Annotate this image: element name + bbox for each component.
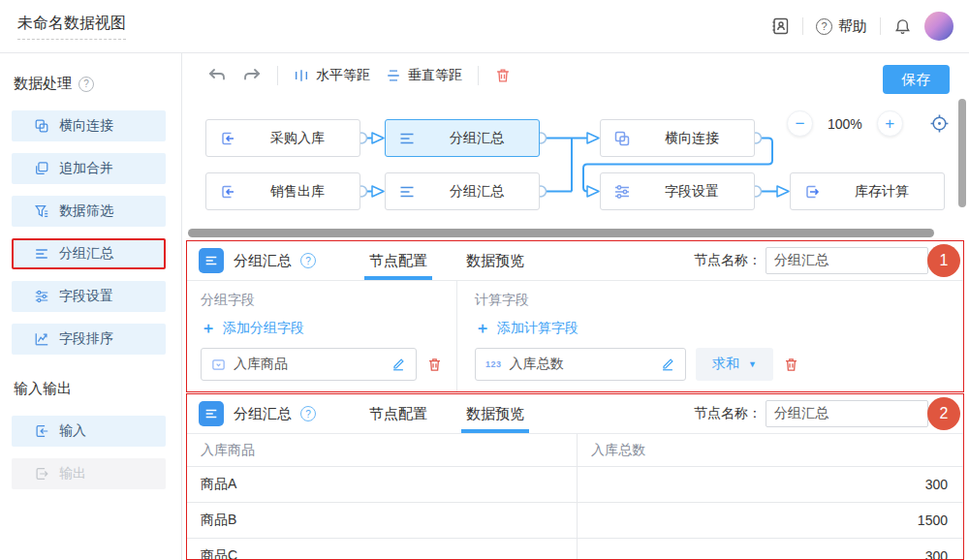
tab-data-preview[interactable]: 数据预览 bbox=[463, 241, 527, 280]
question-icon: ? bbox=[816, 18, 832, 35]
edit-icon[interactable] bbox=[660, 357, 675, 372]
sort-icon bbox=[34, 331, 49, 347]
node-inventory-calc[interactable]: 库存计算 bbox=[790, 172, 945, 210]
panel-title: 分组汇总 bbox=[234, 252, 292, 270]
sidebar-item-field-sort[interactable]: 字段排序 bbox=[12, 324, 166, 355]
node-label: 销售出库 bbox=[235, 173, 359, 209]
node-label: 横向连接 bbox=[630, 120, 754, 156]
tab-data-preview[interactable]: 数据预览 bbox=[463, 394, 527, 433]
top-bar: 未命名数据视图 ? 帮助 bbox=[0, 0, 969, 53]
question-icon[interactable]: ? bbox=[300, 406, 316, 421]
zoom-in-button[interactable]: + bbox=[877, 110, 903, 137]
question-icon[interactable]: ? bbox=[78, 77, 94, 92]
help-label: 帮助 bbox=[838, 17, 867, 36]
filter-icon bbox=[34, 203, 49, 219]
sliders-icon bbox=[613, 183, 631, 201]
node-label: 库存计算 bbox=[820, 173, 944, 209]
group-summary-icon bbox=[199, 401, 224, 426]
horizontal-distribute-button[interactable]: 水平等距 bbox=[294, 67, 370, 84]
delete-field-icon[interactable] bbox=[783, 357, 799, 373]
select-field-icon bbox=[211, 358, 226, 372]
zoom-out-button[interactable]: − bbox=[787, 110, 813, 137]
field-name: 入库商品 bbox=[234, 356, 383, 373]
node-name-input[interactable] bbox=[766, 400, 928, 427]
avatar[interactable] bbox=[924, 12, 953, 41]
aggregation-select[interactable]: 求和 ▼ bbox=[696, 348, 773, 381]
page-title[interactable]: 未命名数据视图 bbox=[17, 14, 126, 40]
calc-fields-title: 计算字段 bbox=[475, 292, 946, 309]
node-name-input[interactable] bbox=[766, 247, 928, 274]
sidebar-item-label: 字段排序 bbox=[59, 330, 113, 348]
sidebar-item-output: 输出 bbox=[12, 458, 166, 489]
table-row[interactable]: 商品C 300 bbox=[187, 539, 963, 560]
cell-product: 商品B bbox=[187, 503, 578, 538]
add-group-field-link[interactable]: ＋ 添加分组字段 bbox=[201, 320, 443, 337]
panel-title: 分组汇总 bbox=[234, 405, 292, 423]
node-group-summary-2[interactable]: 分组汇总 bbox=[385, 172, 540, 210]
horizontal-distribute-icon bbox=[294, 68, 309, 83]
node-sales-outbound[interactable]: 销售出库 bbox=[205, 172, 360, 210]
node-group-summary-1[interactable]: 分组汇总 bbox=[385, 119, 540, 157]
group-field-item[interactable]: 入库商品 bbox=[201, 348, 417, 381]
save-button[interactable]: 保存 bbox=[883, 65, 950, 94]
zoom-controls: − 100% + bbox=[787, 110, 950, 137]
sidebar-item-group-summary[interactable]: 分组汇总 bbox=[12, 238, 166, 269]
node-field-settings[interactable]: 字段设置 bbox=[600, 172, 755, 210]
topbar-actions: ? 帮助 bbox=[770, 12, 953, 41]
node-purchase-inbound[interactable]: 采购入库 bbox=[205, 119, 360, 157]
horizontal-scrollbar[interactable] bbox=[188, 229, 934, 237]
tab-node-config[interactable]: 节点配置 bbox=[366, 241, 430, 280]
node-name-label: 节点名称： bbox=[694, 405, 762, 422]
delete-node-button[interactable] bbox=[494, 67, 512, 84]
sidebar-item-append-merge[interactable]: 追加合并 bbox=[12, 153, 166, 184]
edit-icon[interactable] bbox=[391, 357, 406, 372]
sliders-icon bbox=[34, 289, 49, 304]
sidebar-item-horizontal-join[interactable]: 横向连接 bbox=[12, 110, 166, 141]
canvas-toolbar: 水平等距 垂直等距 bbox=[182, 53, 969, 98]
sidebar-item-label: 分组汇总 bbox=[59, 245, 113, 263]
sidebar-item-input[interactable]: 输入 bbox=[12, 416, 166, 447]
group-fields-column: 分组字段 ＋ 添加分组字段 入库商品 bbox=[187, 281, 457, 391]
config-panel-1: 1 分组汇总 ? 节点配置 数据预览 节点名称： 分组字段 ＋ 添加分组字段 bbox=[186, 240, 964, 392]
contacts-icon[interactable] bbox=[770, 16, 790, 36]
help-button[interactable]: ? 帮助 bbox=[816, 17, 867, 36]
output-icon bbox=[803, 183, 821, 201]
node-label: 采购入库 bbox=[235, 120, 359, 156]
input-icon bbox=[219, 183, 236, 201]
sidebar-item-field-settings[interactable]: 字段设置 bbox=[12, 281, 166, 312]
delete-field-icon[interactable] bbox=[426, 357, 443, 373]
field-name: 入库总数 bbox=[510, 356, 652, 373]
sidebar-item-label: 字段设置 bbox=[59, 288, 113, 305]
question-icon[interactable]: ? bbox=[300, 253, 316, 268]
vertical-distribute-button[interactable]: 垂直等距 bbox=[386, 67, 462, 84]
panel-tabs: 节点配置 数据预览 bbox=[366, 394, 527, 433]
divider bbox=[802, 17, 803, 35]
table-row[interactable]: 商品B 1500 bbox=[187, 503, 963, 539]
panel-tabs: 节点配置 数据预览 bbox=[366, 241, 527, 280]
annotation-badge-2: 2 bbox=[927, 397, 960, 430]
add-calc-field-link[interactable]: ＋ 添加计算字段 bbox=[475, 320, 946, 337]
fit-view-icon[interactable] bbox=[929, 113, 950, 134]
panel-header: 分组汇总 ? 节点配置 数据预览 节点名称： bbox=[187, 394, 963, 434]
vertical-distribute-icon bbox=[386, 68, 401, 83]
tab-node-config[interactable]: 节点配置 bbox=[366, 394, 430, 433]
sidebar-item-label: 横向连接 bbox=[59, 117, 113, 135]
node-name-label: 节点名称： bbox=[694, 252, 762, 269]
bell-icon[interactable] bbox=[893, 17, 912, 36]
calc-field-item[interactable]: 123 入库总数 bbox=[475, 348, 686, 381]
undo-button[interactable] bbox=[207, 66, 227, 85]
chevron-down-icon: ▼ bbox=[748, 359, 757, 369]
sidebar-item-data-filter[interactable]: 数据筛选 bbox=[12, 196, 166, 227]
join-icon bbox=[34, 118, 49, 134]
plus-icon: ＋ bbox=[201, 321, 216, 336]
sidebar-item-label: 数据筛选 bbox=[59, 202, 113, 220]
vertical-scrollbar[interactable] bbox=[958, 99, 966, 207]
column-header-total: 入库总数 bbox=[578, 434, 963, 466]
cell-total: 300 bbox=[578, 467, 963, 502]
table-row[interactable]: 商品A 300 bbox=[187, 467, 963, 503]
divider bbox=[277, 66, 278, 85]
redo-button[interactable] bbox=[242, 66, 262, 85]
calc-field-row: 123 入库总数 求和 ▼ bbox=[475, 348, 946, 381]
group-field-row: 入库商品 bbox=[201, 348, 443, 381]
node-horizontal-join[interactable]: 横向连接 bbox=[600, 119, 755, 157]
